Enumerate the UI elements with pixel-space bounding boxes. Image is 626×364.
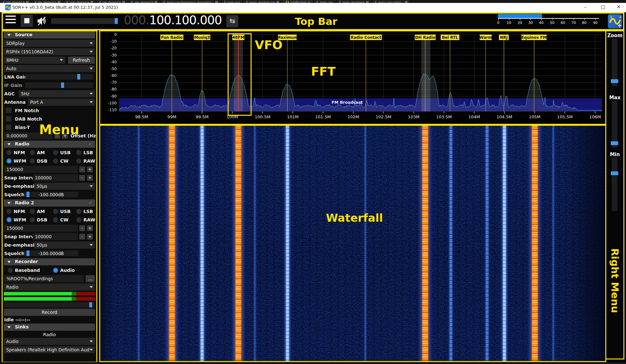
browse-button[interactable]: ... [86, 275, 95, 282]
mode-radio-raw[interactable] [76, 217, 81, 222]
mode-radio-am[interactable] [30, 150, 35, 155]
section-header-radio[interactable]: Radio ✓ [4, 141, 95, 148]
freq-tick-label: 102.5M [376, 114, 391, 119]
editor-tab[interactable]: Cmain.cpp radio\...M [372, 0, 411, 3]
editor-tab[interactable]: Ccore.cpp [221, 0, 243, 3]
mode-radio-lsb[interactable] [76, 209, 81, 214]
radio-audio[interactable] [53, 268, 58, 273]
chevron-down-icon [90, 286, 93, 288]
editor-tab[interactable]: Cmain.cpp frequency_manager\...M [160, 0, 221, 3]
module-enabled-check-icon[interactable]: ✓ [88, 200, 92, 206]
offset-plus-button[interactable]: + [62, 133, 68, 139]
mode-radio-cw[interactable] [53, 158, 58, 164]
mute-speaker-icon[interactable] [36, 15, 47, 27]
svg-text:Warm: Warm [479, 35, 492, 40]
editor-tab[interactable]: Clsb_demod.hM [0, 0, 32, 3]
section-header-recorder[interactable]: Recorder [4, 258, 95, 265]
radio2-bandwidth-minus-button[interactable]: - [79, 225, 85, 231]
fm-notch-checkbox[interactable] [6, 108, 11, 113]
module-enabled-check-icon[interactable]: ✓ [88, 141, 92, 147]
if-bandwidth-dropdown[interactable]: 8MHz [4, 57, 65, 64]
editor-tab[interactable]: Ccw_demod.hM [96, 0, 128, 3]
tab-marker: M [26, 0, 29, 3]
recorder-stream-dropdown[interactable]: Radio [4, 284, 95, 291]
mode-radio-am[interactable] [30, 209, 35, 214]
if-gain-slider-handle[interactable] [61, 82, 64, 88]
volume-slider-handle[interactable] [115, 18, 118, 24]
editor-tab[interactable]: Cstyle.cpp [313, 0, 336, 3]
volume-slider[interactable] [51, 18, 118, 24]
radio2-snap-plus-button[interactable]: + [87, 234, 93, 240]
recorder-volume-slider-handle[interactable] [89, 302, 92, 307]
editor-tab[interactable]: Cam_demod.hM [128, 0, 160, 3]
minimize-button[interactable]: – [580, 4, 590, 9]
mode-radio-dsb[interactable] [30, 217, 35, 222]
mode-radio-usb[interactable] [53, 209, 58, 214]
editor-tab[interactable]: Cmain_window.hM [336, 0, 372, 3]
waterfall-panel[interactable] [100, 126, 605, 361]
radio-snap-minus-button[interactable]: - [79, 175, 85, 181]
chevron-down-icon [90, 42, 93, 44]
mode-radio-dsb[interactable] [30, 158, 35, 164]
section-header-radio2[interactable]: Radio 2 ✓ [4, 199, 95, 207]
max-slider-handle[interactable] [611, 141, 618, 145]
if-gain-slider[interactable] [25, 82, 93, 88]
mode-radio-nfm[interactable] [6, 209, 12, 214]
tuning-mode-swap-button[interactable]: ⇆ [226, 15, 238, 27]
radio2-deemphasis-dropdown[interactable]: 50µs [34, 241, 95, 249]
dab-notch-checkbox[interactable] [6, 116, 11, 122]
radio2-bandwidth-plus-button[interactable]: + [87, 225, 93, 231]
zoom-slider-handle[interactable] [611, 79, 618, 83]
agc-dropdown[interactable]: 5Hz [19, 90, 95, 97]
mode-radio-usb[interactable] [53, 150, 58, 155]
frequency-display[interactable]: 000.100.100.000 [124, 13, 222, 27]
radio-bandwidth-minus-button[interactable]: - [79, 166, 85, 172]
radio-bandwidth-input[interactable]: 150000 [4, 166, 78, 173]
min-slider[interactable] [612, 157, 617, 211]
maximize-button[interactable]: □ [598, 4, 608, 9]
mode-radio-raw[interactable] [76, 158, 81, 164]
close-button[interactable]: ✕ [614, 4, 623, 9]
stop-button[interactable] [21, 15, 33, 27]
editor-tab[interactable]: Cfm_demod.hM [32, 0, 64, 3]
editor-tab[interactable]: Cusb_demod.hM [63, 0, 96, 3]
fft-panel[interactable]: Fun RadioMusiq348FMMaximumRadio ContactD… [100, 31, 605, 124]
offset-input[interactable]: 0.000000 [4, 132, 53, 139]
radio2-bandwidth-input[interactable]: 150000 [4, 225, 78, 232]
mode-radio-wfm[interactable] [6, 158, 12, 164]
recorder-volume-slider[interactable] [4, 302, 95, 307]
radio-snap-plus-button[interactable]: + [87, 175, 93, 181]
antenna-dropdown[interactable]: Port A [28, 99, 95, 106]
lna-gain-slider-handle[interactable] [77, 74, 80, 80]
svg-text:Fun Radio: Fun Radio [161, 35, 183, 40]
sink-device-dropdown[interactable]: Speakers (Realtek High Definition Audio) [4, 346, 95, 353]
radio-snap-input[interactable]: 100000 [33, 174, 78, 181]
refresh-button[interactable]: Refresh [68, 57, 95, 64]
radio2-snap-minus-button[interactable]: - [79, 234, 85, 240]
record-button[interactable]: Record [4, 309, 95, 316]
source-device-dropdown[interactable]: RSPdx (191106DA42) [4, 48, 95, 55]
radio2-snap-input[interactable]: 100000 [33, 233, 78, 240]
source-driver-dropdown[interactable]: SDRplay [4, 40, 95, 47]
radio-deemphasis-dropdown[interactable]: 50µs [34, 183, 95, 190]
sink-type-dropdown[interactable]: Audio [4, 338, 95, 345]
auto-option-dropdown[interactable]: Auto [4, 65, 95, 72]
recorder-path-input[interactable]: %ROOT%/Recordings [4, 275, 84, 282]
chevron-down-icon [90, 51, 93, 53]
bias-t-checkbox[interactable] [6, 124, 11, 130]
editor-tab[interactable]: Cmain_window.cppM [243, 0, 282, 3]
mode-radio-cw[interactable] [53, 217, 58, 222]
radio-baseband[interactable] [8, 268, 13, 273]
min-slider-handle[interactable] [611, 171, 618, 175]
max-slider[interactable] [612, 101, 617, 148]
menu-toggle-button[interactable] [5, 16, 17, 26]
offset-minus-button[interactable]: - [54, 133, 60, 139]
mode-radio-wfm[interactable] [6, 217, 12, 222]
section-header-source[interactable]: Source [4, 31, 95, 38]
editor-tab[interactable]: {}config.json× [282, 0, 313, 3]
mode-radio-lsb[interactable] [76, 150, 81, 155]
radio-bandwidth-plus-button[interactable]: + [87, 166, 93, 172]
mode-radio-nfm[interactable] [6, 150, 12, 155]
lna-gain-slider[interactable] [25, 74, 93, 80]
section-header-sinks[interactable]: Sinks [4, 324, 95, 331]
